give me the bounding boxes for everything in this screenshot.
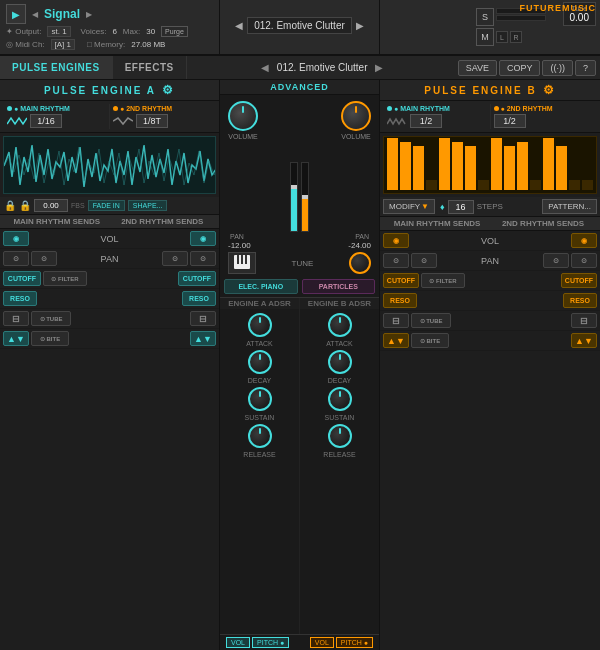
- pattern-bar-14[interactable]: [569, 180, 580, 190]
- engine-a-gear[interactable]: ⚙: [162, 83, 175, 97]
- particles-btn[interactable]: PARTICLES: [302, 279, 376, 294]
- b-filter[interactable]: ⊙ FILTER: [421, 273, 465, 288]
- pattern-bar-11[interactable]: [530, 180, 541, 190]
- send-main-vol-btn[interactable]: ◉: [3, 231, 29, 246]
- fader-a-handle[interactable]: [291, 185, 297, 189]
- preset-arrow-l[interactable]: ◀: [235, 20, 243, 31]
- pattern-bar-10[interactable]: [517, 142, 528, 190]
- save-btn[interactable]: SAVE: [458, 60, 497, 76]
- send-filter[interactable]: ⊙ FILTER: [43, 271, 87, 286]
- vol-b-btn[interactable]: VOL: [310, 637, 334, 648]
- b-reso-r[interactable]: RESO: [563, 293, 597, 308]
- pattern-bar-2[interactable]: [413, 146, 424, 190]
- fade-value[interactable]: 0.00: [34, 199, 68, 212]
- adsr-b-attack[interactable]: [328, 313, 352, 337]
- b-pan-r1[interactable]: ⊙: [543, 253, 569, 268]
- modify-btn[interactable]: MODIFY ▼: [383, 199, 435, 214]
- pattern-bar-7[interactable]: [478, 180, 489, 190]
- adsr-b-release[interactable]: [328, 424, 352, 448]
- vol-a-knob[interactable]: [228, 101, 258, 131]
- main-rhythm-value[interactable]: 1/16: [30, 114, 62, 128]
- steps-value[interactable]: 16: [448, 200, 474, 214]
- b-2nd-rhythm-val[interactable]: 1/2: [494, 114, 526, 128]
- send-bite-r[interactable]: ▲▼: [190, 331, 216, 346]
- send-tube-l[interactable]: ⊟: [3, 311, 29, 326]
- send-2nd-pan-l[interactable]: ⊙: [162, 251, 188, 266]
- tune-a-icon[interactable]: [228, 252, 256, 274]
- fader-b-track[interactable]: [301, 162, 309, 232]
- adsr-a-decay[interactable]: [248, 350, 272, 374]
- vol-a-btn[interactable]: VOL: [226, 637, 250, 648]
- vol-b-knob[interactable]: [341, 101, 371, 131]
- fader-b-handle[interactable]: [302, 195, 308, 199]
- pattern-bar-3[interactable]: [426, 180, 437, 190]
- b-bite-l[interactable]: ▲▼: [383, 333, 409, 348]
- send-reso-r[interactable]: RESO: [182, 291, 216, 306]
- b-bite-label[interactable]: ⊙ BITE: [411, 333, 449, 348]
- b-reso-l[interactable]: RESO: [383, 293, 417, 308]
- send-cutoff-l[interactable]: CUTOFF: [3, 271, 41, 286]
- pitch-a-btn[interactable]: PITCH ●: [252, 637, 289, 648]
- preset-arrow-r[interactable]: ▶: [356, 20, 364, 31]
- fader-a-track[interactable]: [290, 162, 298, 232]
- b-tube-r[interactable]: ⊟: [571, 313, 597, 328]
- elec-piano-btn[interactable]: ELEC. PIANO: [224, 279, 298, 294]
- b-pan-l1[interactable]: ⊙: [383, 253, 409, 268]
- b-pan-l2[interactable]: ⊙: [411, 253, 437, 268]
- adsr-a-attack[interactable]: [248, 313, 272, 337]
- b-cutoff-r[interactable]: CUTOFF: [561, 273, 597, 288]
- pattern-bar-13[interactable]: [556, 146, 567, 190]
- fade-in-btn[interactable]: FADE IN: [88, 200, 125, 211]
- b-bite-r[interactable]: ▲▼: [571, 333, 597, 348]
- 2nd-rhythm-value[interactable]: 1/8T: [136, 114, 168, 128]
- arrow-left[interactable]: ◀: [32, 10, 38, 19]
- send-tube-label[interactable]: ⊙ TUBE: [31, 311, 71, 326]
- adsr-b-decay[interactable]: [328, 350, 352, 374]
- pattern-bar-0[interactable]: [387, 138, 398, 190]
- send-main-pan-r[interactable]: ⊙: [31, 251, 57, 266]
- adsr-b-sustain[interactable]: [328, 387, 352, 411]
- purge-btn[interactable]: Purge: [161, 26, 188, 37]
- engine-b-gear[interactable]: ⚙: [543, 83, 556, 97]
- adsr-a-release[interactable]: [248, 424, 272, 448]
- tune-b-knob[interactable]: [349, 252, 371, 274]
- pattern-bar-8[interactable]: [491, 138, 502, 190]
- adsr-a-sustain[interactable]: [248, 387, 272, 411]
- b-main-rhythm-val[interactable]: 1/2: [410, 114, 442, 128]
- send-2nd-vol-btn[interactable]: ◉: [190, 231, 216, 246]
- m-button[interactable]: M: [476, 28, 494, 46]
- b-tube-l[interactable]: ⊟: [383, 313, 409, 328]
- r-btn[interactable]: R: [510, 31, 522, 43]
- pattern-bar-15[interactable]: [582, 180, 593, 190]
- b-pan-r2[interactable]: ⊙: [571, 253, 597, 268]
- s-button[interactable]: S: [476, 8, 494, 26]
- copy-btn[interactable]: COPY: [499, 60, 541, 76]
- send-bite-l[interactable]: ▲▼: [3, 331, 29, 346]
- pattern-bar-1[interactable]: [400, 142, 411, 190]
- pattern-btn[interactable]: PATTERN...: [542, 199, 597, 214]
- help-btn[interactable]: ?: [575, 60, 596, 76]
- send-reso-l[interactable]: RESO: [3, 291, 37, 306]
- send-main-pan-l[interactable]: ⊙: [3, 251, 29, 266]
- pattern-bar-4[interactable]: [439, 138, 450, 190]
- send-bite-label[interactable]: ⊙ BITE: [31, 331, 69, 346]
- shape-btn[interactable]: SHAPE...: [128, 200, 168, 211]
- send-cutoff-r[interactable]: CUTOFF: [178, 271, 216, 286]
- pattern-bar-6[interactable]: [465, 146, 476, 190]
- pattern-bar-9[interactable]: [504, 146, 515, 190]
- tab-effects[interactable]: EFFECTS: [113, 56, 187, 79]
- nav-arrow-r[interactable]: ▶: [375, 62, 383, 73]
- arrow-right[interactable]: ▶: [86, 10, 92, 19]
- l-btn[interactable]: L: [496, 31, 508, 43]
- pattern-bar-12[interactable]: [543, 138, 554, 190]
- pitch-b-btn[interactable]: PITCH ●: [336, 637, 373, 648]
- send-2nd-pan-r[interactable]: ⊙: [190, 251, 216, 266]
- tab-pulse-engines[interactable]: PULSE ENGINES: [0, 56, 113, 79]
- send-tube-r[interactable]: ⊟: [190, 311, 216, 326]
- b-cutoff-l[interactable]: CUTOFF: [383, 273, 419, 288]
- nav-arrow-l[interactable]: ◀: [261, 62, 269, 73]
- b-send-2nd-vol[interactable]: ◉: [571, 233, 597, 248]
- b-send-main-vol[interactable]: ◉: [383, 233, 409, 248]
- midi-btn[interactable]: ((·)): [542, 60, 573, 76]
- pattern-bar-5[interactable]: [452, 142, 463, 190]
